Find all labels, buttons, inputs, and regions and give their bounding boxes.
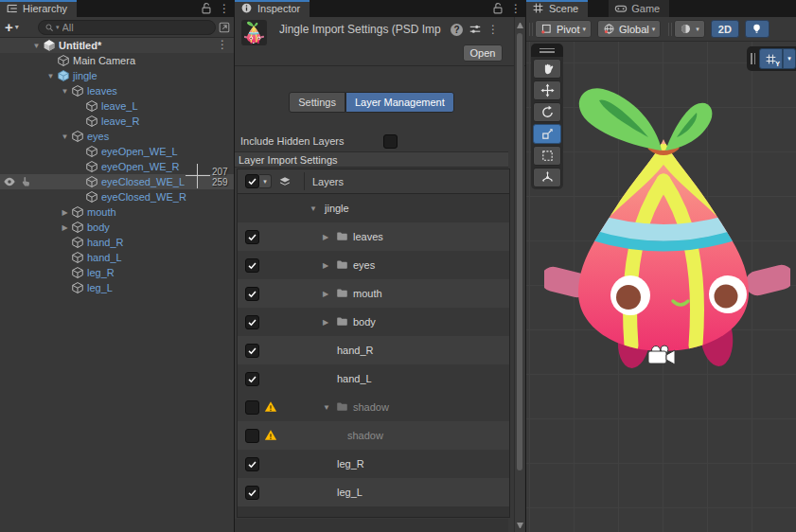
scroll-down-icon[interactable] — [517, 523, 523, 528]
hierarchy-item-eyeopen-we-r[interactable]: eyeOpen_WE_R — [0, 159, 234, 174]
hierarchy-item-leave-l[interactable]: leave_L — [0, 98, 234, 114]
layer-checkbox[interactable] — [245, 486, 259, 500]
select-all-checkbox[interactable] — [245, 174, 259, 188]
help-icon[interactable]: ? — [451, 24, 463, 36]
rotate-tool-button[interactable] — [533, 102, 561, 122]
scale-tool-button[interactable] — [533, 124, 561, 144]
layer-checkbox[interactable] — [245, 315, 259, 329]
layer-row-eyes[interactable]: ▶ eyes — [238, 251, 509, 279]
scene-lighting-button[interactable] — [745, 20, 769, 38]
rect-tool-button[interactable] — [533, 146, 561, 166]
open-button[interactable]: Open — [463, 44, 503, 62]
hierarchy-item-main-camera[interactable]: Main Camera — [0, 53, 234, 68]
move-tool-button[interactable] — [533, 80, 561, 100]
layer-row-shadow-group[interactable]: ▼ shadow — [238, 393, 509, 421]
hierarchy-item-eyes[interactable]: ▼ eyes — [0, 129, 234, 144]
transform-tool-button[interactable] — [533, 168, 561, 187]
global-dropdown[interactable]: Global ▾ — [597, 20, 661, 38]
presets-icon[interactable] — [469, 23, 482, 36]
foldout-closed-icon[interactable]: ▶ — [59, 208, 71, 217]
hierarchy-search[interactable]: ▾ — [38, 20, 216, 35]
panel-menu-icon[interactable]: ⋮ — [510, 3, 522, 14]
layer-checkbox[interactable] — [245, 372, 259, 386]
create-object-button[interactable]: + ▾ — [5, 20, 19, 34]
foldout-closed-icon[interactable]: ▶ — [323, 318, 328, 327]
scene-viewport[interactable]: Y ▾ — [526, 42, 796, 532]
hierarchy-item-mouth[interactable]: ▶ mouth — [0, 204, 234, 220]
layer-checkbox[interactable] — [245, 400, 259, 415]
inspector-scrollbar[interactable] — [514, 17, 524, 532]
layer-row-hand-r[interactable]: hand_R — [238, 336, 509, 364]
shading-mode-dropdown[interactable]: ▾ — [674, 20, 705, 38]
hierarchy-item-jingle[interactable]: ▼ jingle — [0, 68, 234, 83]
pivot-dropdown[interactable]: Pivot ▾ — [535, 20, 592, 38]
search-filter-caret-icon[interactable]: ▾ — [56, 24, 60, 31]
hierarchy-item-eyeclosed-we-l[interactable]: eyeClosed_WE_L — [0, 174, 234, 189]
search-window-icon[interactable] — [218, 21, 231, 34]
toggle-2d-button[interactable]: 2D — [711, 20, 739, 38]
layer-checkbox[interactable] — [245, 287, 259, 301]
grid-options-caret[interactable]: ▾ — [783, 48, 796, 69]
layer-row-leaves[interactable]: ▶ leaves — [238, 222, 509, 251]
tab-layer-management[interactable]: Layer Management — [345, 92, 454, 113]
layer-row-jingle[interactable]: ▼ jingle — [238, 194, 509, 222]
overlay-drag-handle[interactable] — [751, 53, 755, 64]
jingle-character-sprite[interactable] — [544, 80, 790, 374]
hierarchy-item-hand-l[interactable]: hand_L — [0, 250, 234, 265]
hierarchy-item-body[interactable]: ▶ body — [0, 220, 234, 235]
hierarchy-item-leg-r[interactable]: leg_R — [0, 265, 234, 280]
lock-icon[interactable] — [491, 2, 504, 15]
layer-checkbox[interactable] — [245, 344, 259, 358]
scroll-up-icon[interactable] — [517, 23, 523, 28]
layer-row-leg-r[interactable]: leg_R — [238, 450, 509, 478]
foldout-closed-icon[interactable]: ▶ — [323, 233, 328, 241]
tab-inspector[interactable]: Inspector — [235, 0, 310, 17]
include-hidden-layers-checkbox[interactable] — [383, 134, 398, 149]
foldout-open-icon[interactable]: ▼ — [323, 403, 330, 412]
select-all-caret-icon[interactable]: ▾ — [259, 174, 272, 188]
layer-row-shadow[interactable]: shadow — [238, 421, 509, 450]
grid-toggle-button[interactable]: Y — [759, 48, 783, 69]
hierarchy-item-eyeclosed-we-r[interactable]: eyeClosed_WE_R — [0, 189, 234, 204]
pickability-hand-icon[interactable] — [20, 175, 33, 188]
layer-checkbox[interactable] — [245, 429, 259, 443]
tab-hierarchy[interactable]: Hierarchy — [0, 0, 77, 17]
scene-menu-icon[interactable]: ⋮ — [217, 39, 228, 50]
hierarchy-item-eyeopen-we-l[interactable]: eyeOpen_WE_L — [0, 144, 234, 159]
hierarchy-item-leaves[interactable]: ▼ leaves — [0, 83, 234, 98]
foldout-open-icon[interactable]: ▼ — [44, 72, 57, 80]
visibility-eye-icon[interactable] — [3, 175, 16, 188]
tab-scene[interactable]: Scene — [526, 0, 588, 17]
layer-checkbox[interactable] — [245, 258, 259, 273]
layer-row-body[interactable]: ▶ body — [238, 308, 509, 336]
item-label: Untitled* — [59, 40, 101, 51]
tab-game-label: Game — [631, 3, 660, 14]
foldout-closed-icon[interactable]: ▶ — [323, 261, 328, 270]
foldout-open-icon[interactable]: ▼ — [310, 204, 317, 213]
search-input[interactable] — [62, 22, 209, 33]
cube-icon — [71, 221, 84, 234]
header-menu-icon[interactable]: ⋮ — [487, 24, 499, 35]
layer-row-hand-l[interactable]: hand_L — [238, 364, 509, 393]
panel-menu-icon[interactable]: ⋮ — [219, 3, 230, 14]
layer-checkbox[interactable] — [245, 230, 259, 244]
layer-row-leg-l[interactable]: leg_L — [238, 478, 509, 506]
tab-settings[interactable]: Settings — [289, 92, 345, 113]
foldout-closed-icon[interactable]: ▶ — [59, 223, 71, 232]
hierarchy-item-scene[interactable]: ▼ Untitled* ⋮ — [0, 38, 234, 53]
tab-game[interactable]: Game — [609, 0, 669, 17]
hierarchy-item-hand-r[interactable]: hand_R — [0, 235, 234, 250]
lock-icon[interactable] — [200, 2, 213, 15]
scrollbar-thumb[interactable] — [517, 33, 522, 470]
foldout-open-icon[interactable]: ▼ — [30, 42, 43, 50]
view-hand-tool-button[interactable] — [533, 59, 561, 79]
overlay-drag-handle[interactable] — [531, 44, 563, 57]
hierarchy-item-leave-r[interactable]: leave_R — [0, 114, 234, 129]
foldout-open-icon[interactable]: ▼ — [59, 133, 71, 141]
hierarchy-item-leg-l[interactable]: leg_L — [0, 280, 234, 295]
layer-label: body — [353, 316, 376, 328]
foldout-closed-icon[interactable]: ▶ — [323, 290, 328, 298]
layer-row-mouth[interactable]: ▶ mouth — [238, 279, 509, 308]
foldout-open-icon[interactable]: ▼ — [59, 87, 71, 96]
layer-checkbox[interactable] — [245, 457, 259, 471]
